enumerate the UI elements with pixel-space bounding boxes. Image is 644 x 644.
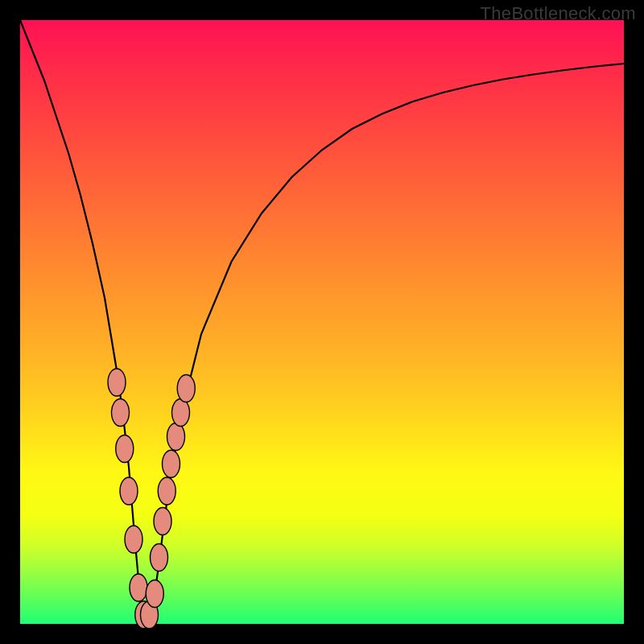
bottleneck-curve [20, 20, 624, 618]
marker-point [108, 369, 126, 396]
marker-point [154, 508, 171, 535]
marker-point [125, 526, 142, 553]
chart-overlay [20, 20, 624, 624]
marker-point [167, 423, 185, 451]
marker-point [158, 477, 175, 505]
chart-container: TheBottleneck.com [0, 0, 644, 644]
markers-group [108, 369, 195, 629]
marker-point [116, 436, 134, 463]
marker-point [177, 375, 195, 402]
marker-point [151, 544, 168, 572]
marker-point [163, 450, 180, 477]
marker-point [120, 477, 138, 505]
marker-point [112, 399, 130, 427]
marker-point [172, 399, 190, 427]
marker-point [146, 580, 163, 608]
marker-point [130, 574, 147, 601]
